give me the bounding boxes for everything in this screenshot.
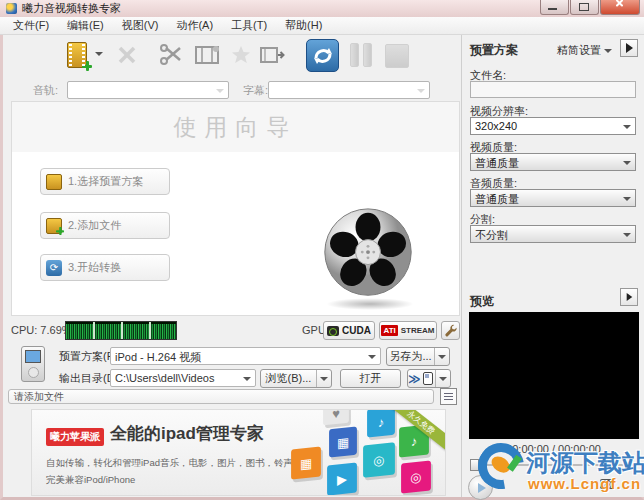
open-button[interactable]: 打开 [340,369,401,388]
add-file-button[interactable] [61,40,93,70]
menu-bar: 文件(F) 编辑(E) 视图(V) 动作(A) 工具(T) 帮助(H) [0,17,644,35]
audio-track-select[interactable] [67,81,229,99]
preview-screen [469,312,639,439]
resource-row: CPU: 7.69% GPU: CUDA ATI STREAM [3,320,461,342]
filename-input[interactable] [470,81,636,98]
close-button[interactable] [600,0,640,15]
cube-icon: ◎ [363,442,395,478]
settings-mode-toggle[interactable]: 精简设置 [557,43,612,58]
ad-line1: 自如传输，转化和管理iPad音乐，电影，图片，图书，铃声文件 [46,457,312,470]
clip-button[interactable] [155,40,187,70]
status-message: 请添加文件 [8,389,434,404]
ati-icon: ATI [381,325,397,336]
stop-button [385,44,409,68]
add-file-icon [46,218,62,234]
ati-stream-button[interactable]: ATI STREAM [379,321,437,340]
toolbar [3,38,461,76]
seek-bar[interactable] [470,459,637,471]
chevron-right-icon [626,293,632,301]
preset-icon [46,174,62,190]
nvidia-icon [327,326,339,336]
subtitle-select[interactable] [268,81,430,99]
output-dir-select[interactable]: C:\Users\dell\Videos [110,369,256,387]
maximize-button[interactable] [570,0,599,15]
wizard-title: 使用向导 [12,102,459,152]
audio-track-label: 音轨: [33,83,58,98]
film-reel-image [320,206,420,310]
cube-icon: ▦ [291,446,321,479]
preview-expand-button[interactable] [620,288,638,306]
transfer-to-device-button[interactable]: ≫ [407,369,451,388]
play-icon [478,483,486,493]
split-select[interactable]: 不分割 [470,225,636,243]
wizard-step-label: 3.开始转换 [68,260,121,275]
app-icon [6,3,17,14]
open-label: 打开 [360,371,382,386]
menu-help[interactable]: 帮助(H) [276,16,331,35]
track-row: 音轨: 字幕: [3,80,461,100]
film-frame-icon [194,44,220,66]
convert-button[interactable] [306,39,339,72]
transfer-dropdown-caret[interactable] [439,377,447,381]
expand-panel-button[interactable] [620,39,638,57]
watermark-url: www.Lcngf.cn [528,475,641,492]
effects-button [225,40,257,70]
cube-icon: ▶ [327,462,357,495]
save-as-label: 另存为... [387,349,434,364]
cube-icon: ▦ [329,426,357,457]
cuda-label: CUDA [342,325,371,336]
seek-thumb[interactable] [470,459,479,471]
save-as-button[interactable]: 另存为... [386,347,450,366]
ad-badge: 曦力苹果派 [46,428,104,446]
sync-arrows-icon [312,45,334,67]
browse-label: 浏览(B)... [261,371,316,386]
ad-line2: 完美兼容iPod/iPhone [46,474,135,487]
sync-icon: ⟳ [46,260,62,276]
menu-edit[interactable]: 编辑(E) [58,16,113,35]
browse-button[interactable]: 浏览(B)... [260,369,332,388]
cpu-usage-graph [65,321,177,340]
chevron-right-icon [626,43,633,53]
snapshot-icon[interactable] [600,479,614,489]
wizard-step-label: 1.选择预置方案 [68,174,143,189]
wizard-step-start-convert[interactable]: ⟳ 3.开始转换 [40,254,170,281]
panel-title: 预置方案 [470,42,518,59]
window-title: 曦力音视频转换专家 [22,1,540,16]
audio-quality-select[interactable]: 普通质量 [470,189,636,207]
cpu-usage-label: CPU: 7.69% [11,324,72,336]
play-button[interactable] [468,475,493,500]
device-mini-icon [423,372,433,385]
video-quality-select[interactable]: 普通质量 [470,153,636,171]
resolution-select[interactable]: 320x240 [470,117,636,135]
wizard-step-select-preset[interactable]: 1.选择预置方案 [40,168,170,195]
add-file-dropdown-caret[interactable] [95,52,103,56]
delete-icon [117,45,137,65]
title-bar: 曦力音视频转换专家 [0,0,644,17]
chevron-down-icon [604,49,612,53]
status-row: 请添加文件 [3,389,461,407]
ad-headline: 全能的ipad管理专家 [110,422,264,445]
wizard-step-add-files[interactable]: 2.添加文件 [40,212,170,239]
device-icon [21,346,45,382]
menu-file[interactable]: 文件(F) [4,16,58,35]
merge-film-icon [260,44,286,66]
transfer-chevrons: ≫ [408,372,421,386]
preset-panel: 预置方案 精简设置 文件名: 视频分辨率: 320x240 视频质量: 普通质量… [461,35,644,497]
browse-dropdown-caret[interactable] [320,377,328,381]
effects-star-icon [230,44,252,66]
save-as-dropdown-caret[interactable] [438,355,446,359]
ad-banner[interactable]: 曦力苹果派 全能的ipad管理专家 自如传输，转化和管理iPad音乐，电影，图片… [31,409,446,496]
log-icon[interactable] [440,388,457,405]
cube-icon: ♥ [323,409,349,425]
menu-action[interactable]: 动作(A) [167,16,222,35]
merge-button[interactable] [257,40,289,70]
menu-view[interactable]: 视图(V) [113,16,168,35]
minimize-button[interactable] [540,0,569,15]
preset-select[interactable]: iPod - H.264 视频 [110,347,381,365]
cuda-button[interactable]: CUDA [323,321,375,340]
gpu-settings-button[interactable] [441,321,460,340]
crop-button[interactable] [191,40,223,70]
app-window: 曦力音视频转换专家 文件(F) 编辑(E) 视图(V) 动作(A) 工具(T) … [0,0,644,500]
menu-tools[interactable]: 工具(T) [222,16,276,35]
pause-button [348,42,374,68]
